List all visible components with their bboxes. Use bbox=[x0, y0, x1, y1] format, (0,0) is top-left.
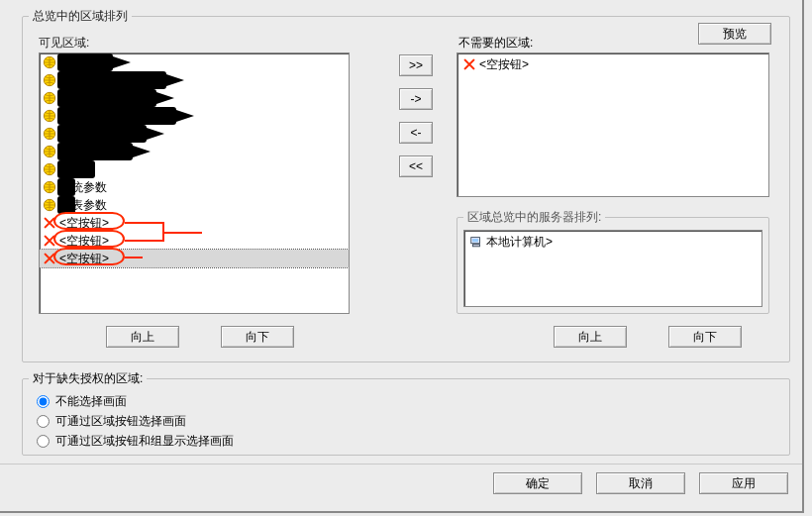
visible-item[interactable]: 系统参数 bbox=[40, 178, 349, 196]
pc-icon-slot bbox=[468, 234, 484, 250]
globe-icon bbox=[43, 145, 56, 158]
preview-button[interactable]: 预览 bbox=[698, 23, 771, 45]
move-all-left-button[interactable]: << bbox=[399, 155, 433, 177]
globe-icon-slot bbox=[42, 144, 57, 159]
x-icon-slot bbox=[461, 56, 477, 72]
auth-option-2[interactable]: 可通过区域按钮选择画面 bbox=[37, 411, 789, 431]
globe-icon bbox=[43, 127, 56, 141]
server-order-group: 区域总览中的服务器排列: 本地计算机> bbox=[457, 209, 769, 314]
auth-radio-3[interactable] bbox=[37, 435, 50, 448]
area-order-group: 总览中的区域排列 可见区域: 系统参数仪表参数<空按钮><空按钮><空按钮> bbox=[22, 8, 790, 362]
globe-icon-slot bbox=[42, 197, 57, 213]
x-icon bbox=[43, 252, 56, 265]
auth-option-3-label: 可通过区域按钮和组显示选择画面 bbox=[55, 433, 234, 450]
area-order-title: 总览中的区域排列 bbox=[29, 8, 132, 25]
server-down-button[interactable]: 向下 bbox=[668, 326, 742, 348]
visible-item[interactable]: <空按钮> bbox=[40, 250, 349, 267]
visible-down-button[interactable]: 向下 bbox=[221, 326, 294, 348]
cancel-button[interactable]: 取消 bbox=[596, 472, 685, 494]
globe-icon bbox=[43, 73, 56, 87]
move-left-button[interactable]: <- bbox=[399, 122, 433, 144]
globe-icon bbox=[43, 55, 56, 69]
x-icon bbox=[462, 57, 476, 71]
globe-icon bbox=[43, 180, 56, 194]
visible-item[interactable]: <空按钮> bbox=[40, 214, 349, 232]
globe-icon bbox=[43, 162, 56, 176]
missing-auth-title: 对于缺失授权的区域: bbox=[29, 370, 147, 387]
x-icon-slot bbox=[42, 233, 57, 249]
visible-item-label: <空按钮> bbox=[59, 215, 109, 232]
visible-up-button[interactable]: 向上 bbox=[106, 326, 179, 348]
globe-icon-slot bbox=[42, 90, 57, 106]
x-icon bbox=[43, 234, 56, 248]
move-right-button[interactable]: -> bbox=[399, 88, 433, 110]
auth-option-3[interactable]: 可通过区域按钮和组显示选择画面 bbox=[37, 431, 789, 451]
ok-button[interactable]: 确定 bbox=[493, 472, 582, 494]
server-item-label: 本地计算机> bbox=[486, 234, 553, 251]
x-icon bbox=[43, 216, 56, 230]
globe-icon-slot bbox=[42, 108, 57, 124]
auth-option-1[interactable]: 不能选择画面 bbox=[37, 391, 789, 411]
globe-icon bbox=[43, 109, 56, 123]
visible-item-label: <空按钮> bbox=[59, 251, 109, 267]
auth-option-1-label: 不能选择画面 bbox=[55, 393, 127, 410]
unneeded-areas-list[interactable]: <空按钮> bbox=[457, 52, 769, 197]
visible-areas-list[interactable]: 系统参数仪表参数<空按钮><空按钮><空按钮> bbox=[39, 52, 350, 314]
server-list[interactable]: 本地计算机> bbox=[463, 230, 762, 307]
x-icon-slot bbox=[42, 215, 57, 231]
apply-button[interactable]: 应用 bbox=[699, 472, 788, 494]
globe-icon-slot bbox=[42, 179, 57, 195]
globe-icon-slot bbox=[42, 54, 57, 70]
unneeded-item[interactable]: <空按钮> bbox=[457, 55, 768, 73]
unneeded-areas-label: 不需要的区域: bbox=[458, 35, 533, 52]
dialog-button-bar: 确定 取消 应用 bbox=[0, 464, 802, 511]
visible-item[interactable]: 仪表参数 bbox=[40, 196, 349, 214]
server-item[interactable]: 本地计算机> bbox=[468, 233, 758, 251]
globe-icon-slot bbox=[42, 126, 57, 142]
x-icon-slot bbox=[42, 251, 57, 266]
server-order-title: 区域总览中的服务器排列: bbox=[463, 209, 605, 226]
globe-icon bbox=[43, 91, 56, 105]
visible-areas-label: 可见区域: bbox=[39, 35, 89, 52]
missing-auth-group: 对于缺失授权的区域: 不能选择画面 可通过区域按钮选择画面 可通过区域按钮和组显… bbox=[22, 370, 790, 456]
server-up-button[interactable]: 向上 bbox=[554, 326, 627, 348]
globe-icon-slot bbox=[42, 72, 57, 88]
auth-radio-2[interactable] bbox=[37, 415, 50, 428]
auth-radio-1[interactable] bbox=[37, 395, 50, 408]
unneeded-item-label: <空按钮> bbox=[479, 56, 529, 73]
auth-option-2-label: 可通过区域按钮选择画面 bbox=[55, 413, 186, 430]
globe-icon-slot bbox=[42, 161, 57, 177]
globe-icon bbox=[43, 198, 56, 212]
pc-icon bbox=[469, 235, 483, 249]
move-all-right-button[interactable]: >> bbox=[399, 54, 433, 76]
visible-item[interactable]: <空按钮> bbox=[40, 232, 349, 250]
visible-item-label: <空按钮> bbox=[59, 233, 109, 250]
